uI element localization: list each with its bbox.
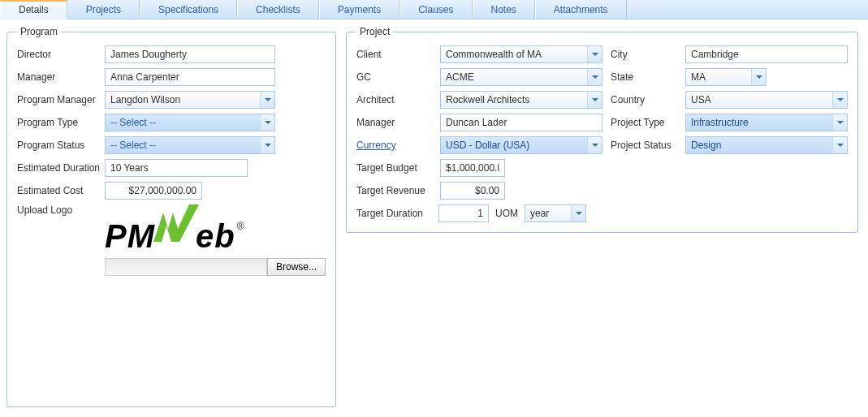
manager-input[interactable] [105,68,275,86]
chevron-down-icon [832,114,847,131]
logo-eb-text: eb [196,218,235,255]
state-combo[interactable]: MA [685,68,767,86]
chevron-down-icon [587,92,602,108]
currency-link[interactable]: Currency [356,140,432,151]
tab-specifications[interactable]: Specifications [140,0,237,19]
program-manager-label: Program Manager [17,94,105,105]
proj-manager-input[interactable] [440,114,602,131]
chevron-down-icon [587,137,602,153]
chevron-down-icon [751,69,766,85]
project-type-label: Project Type [611,117,677,128]
program-status-combo[interactable]: -- Select -- [105,136,275,154]
director-label: Director [17,49,105,60]
program-status-label: Program Status [17,140,105,151]
logo-w-swoosh-icon [152,209,201,255]
estimated-cost-label: Estimated Cost [17,185,105,196]
uom-value: year [525,208,571,219]
program-manager-combo[interactable]: Langdon Wilson [105,91,275,109]
chevron-down-icon [832,92,847,108]
program-type-value: -- Select -- [106,117,260,128]
tab-strip: Details Projects Specifications Checklis… [0,0,868,19]
program-legend: Program [17,26,61,37]
chevron-down-icon [260,114,274,131]
director-input[interactable] [105,45,275,63]
estimated-duration-label: Estimated Duration [17,162,105,174]
currency-value: USD - Dollar (USA) [441,140,587,151]
tab-attachments[interactable]: Attachments [535,0,627,19]
program-manager-value: Langdon Wilson [106,94,260,105]
manager-label: Manager [17,71,105,83]
details-content: Program Director Manager Program Manager… [0,19,868,414]
chevron-down-icon [260,92,274,108]
country-value: USA [686,94,832,105]
project-type-combo[interactable]: Infrastructure [685,114,848,131]
state-value: MA [686,71,751,83]
target-revenue-label: Target Revenue [356,185,432,196]
program-fieldset: Program Director Manager Program Manager… [6,26,336,407]
target-duration-input[interactable] [438,204,489,222]
target-budget-label: Target Budget [356,162,432,174]
architect-combo[interactable]: Rockwell Architects [440,91,602,109]
program-type-combo[interactable]: -- Select -- [105,114,275,131]
client-value: Commonwealth of MA [441,49,587,60]
logo-registered-icon: ® [237,221,244,232]
city-input[interactable] [685,45,848,63]
country-combo[interactable]: USA [685,91,848,109]
architect-label: Architect [356,94,432,105]
architect-value: Rockwell Architects [441,94,587,105]
browse-button[interactable]: Browse... [267,258,326,276]
target-budget-input[interactable] [440,159,505,177]
state-label: State [611,71,677,83]
project-fieldset: Project Client Commonwealth of MA City G… [346,26,858,233]
currency-combo[interactable]: USD - Dollar (USA) [440,136,602,154]
country-label: Country [611,94,677,105]
logo-pm-text: PM [105,218,155,255]
gc-label: GC [356,71,432,83]
tab-notes[interactable]: Notes [473,0,535,19]
tab-projects[interactable]: Projects [67,0,140,19]
chevron-down-icon [587,69,602,85]
tab-details[interactable]: Details [0,0,67,19]
uom-combo[interactable]: year [525,204,586,222]
proj-manager-label: Manager [356,117,432,128]
logo-container: PM eb ® Browse... [105,204,326,276]
chevron-down-icon [260,137,274,153]
client-label: Client [356,49,432,60]
gc-combo[interactable]: ACME [440,68,602,86]
program-type-label: Program Type [17,117,105,128]
pmweb-logo: PM eb ® [105,209,326,255]
chevron-down-icon [832,137,847,153]
project-status-label: Project Status [611,140,677,151]
chevron-down-icon [587,46,602,62]
estimated-cost-input[interactable] [105,182,202,200]
estimated-duration-input[interactable] [105,159,248,177]
gc-value: ACME [441,71,587,83]
uom-label: UOM [495,208,518,219]
project-type-value: Infrastructure [686,117,832,128]
program-status-value: -- Select -- [106,140,260,151]
tab-clauses[interactable]: Clauses [399,0,472,19]
project-legend: Project [356,26,393,37]
client-combo[interactable]: Commonwealth of MA [440,45,602,63]
tab-checklists[interactable]: Checklists [237,0,319,19]
project-status-value: Design [686,140,832,151]
upload-path-display [105,258,267,276]
target-revenue-input[interactable] [440,182,505,200]
target-duration-label: Target Duration [356,208,432,219]
project-status-combo[interactable]: Design [685,136,848,154]
upload-logo-label: Upload Logo [17,204,105,216]
tab-payments[interactable]: Payments [319,0,399,19]
chevron-down-icon [571,205,585,221]
city-label: City [611,49,677,60]
